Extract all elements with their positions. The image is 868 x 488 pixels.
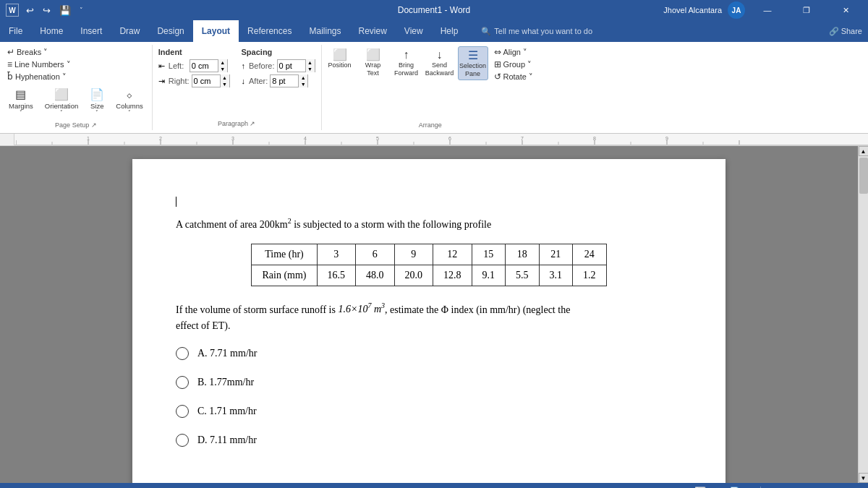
align-button[interactable]: ⇔ Align ˅ xyxy=(491,46,536,58)
scroll-down-button[interactable]: ▼ xyxy=(859,473,869,483)
wrap-text-icon: ⬜ xyxy=(366,48,380,61)
spacing-after-input-wrap: ▲ ▼ xyxy=(270,74,308,87)
indent-left-up[interactable]: ▲ xyxy=(218,59,227,66)
ribbon-content: ↵ Breaks ˅ ≡ Line Numbers ˅ b̄ Hyphenati… xyxy=(0,42,868,134)
indent-right-input[interactable] xyxy=(192,75,220,87)
tab-file[interactable]: File xyxy=(0,20,31,42)
indent-left-input-wrap: ▲ ▼ xyxy=(190,59,228,72)
tab-design[interactable]: Design xyxy=(148,20,192,42)
margins-button[interactable]: ▤ Margins ˅ xyxy=(4,84,38,120)
svg-text:9: 9 xyxy=(665,136,668,141)
bring-forward-button[interactable]: ↑ BringForward xyxy=(391,46,422,79)
indent-section: Indent ⇤ Left: ▲ ▼ ⇥ Right: xyxy=(158,48,230,87)
option-a-text: A. 7.71 mm/hr xyxy=(197,348,257,359)
tab-insert[interactable]: Insert xyxy=(72,20,111,42)
user-avatar[interactable]: JA xyxy=(728,1,745,19)
table-cell-rain-12_8: 12.8 xyxy=(433,265,472,286)
position-icon: ⬜ xyxy=(333,48,347,61)
radio-c[interactable] xyxy=(176,405,189,418)
tell-me-area: 🔍 Tell me what you want to do xyxy=(467,20,828,42)
option-a: A. 7.71 mm/hr xyxy=(176,347,682,360)
table-cell-rain-label: Rain (mm) xyxy=(252,265,317,286)
spacing-before-down[interactable]: ▼ xyxy=(305,66,315,72)
svg-text:8: 8 xyxy=(593,136,596,141)
word-page[interactable]: A catchment of area 200km2 is subjected … xyxy=(132,159,726,483)
tell-me-text[interactable]: Tell me what you want to do xyxy=(494,27,592,35)
breaks-button[interactable]: ↵ Breaks ˅ xyxy=(4,46,51,58)
group-button[interactable]: ⊞ Group ˅ xyxy=(491,59,536,70)
scroll-up-button[interactable]: ▲ xyxy=(859,146,869,156)
tab-references[interactable]: References xyxy=(239,20,300,42)
spacing-before-input[interactable] xyxy=(278,60,305,72)
window-title: Document1 - Word xyxy=(398,5,470,15)
line-numbers-button[interactable]: ≡ Line Numbers ˅ xyxy=(4,59,74,70)
table-cell-rain-1_2: 1.2 xyxy=(573,265,607,286)
orientation-button[interactable]: ⬜ Orientation ˅ xyxy=(41,84,82,120)
spacing-after-input[interactable] xyxy=(271,75,298,87)
tab-mailings[interactable]: Mailings xyxy=(300,20,349,42)
title-bar-right: Jhovel Alcantara JA — ❐ ✕ xyxy=(663,0,862,20)
position-button[interactable]: ⬜ Position xyxy=(325,46,355,71)
indent-right-up[interactable]: ▲ xyxy=(220,74,229,81)
tab-layout[interactable]: Layout xyxy=(193,20,239,42)
minimize-button[interactable]: — xyxy=(751,0,784,20)
paragraph-group-label: Paragraph ↗ xyxy=(158,119,315,127)
tab-draw[interactable]: Draw xyxy=(111,20,148,42)
spacing-after-up[interactable]: ▲ xyxy=(298,74,307,81)
selection-pane-icon: ☰ xyxy=(468,48,478,62)
radio-b[interactable] xyxy=(176,376,189,389)
tab-home[interactable]: Home xyxy=(31,20,72,42)
indent-right-row: ⇥ Right: ▲ ▼ xyxy=(158,74,230,87)
svg-text:2: 2 xyxy=(159,136,162,141)
indent-left-down[interactable]: ▼ xyxy=(218,66,227,72)
wrap-text-button[interactable]: ⬜ WrapText xyxy=(358,46,388,79)
restore-button[interactable]: ❐ xyxy=(790,0,823,20)
option-b: B. 1.77mm/hr xyxy=(176,376,682,389)
tab-view[interactable]: View xyxy=(396,20,432,42)
main-area: A catchment of area 200km2 is subjected … xyxy=(0,146,868,483)
selection-pane-label: SelectionPane xyxy=(459,62,486,78)
radio-a[interactable] xyxy=(176,347,189,360)
option-d-text: D. 7.11 mm/hr xyxy=(197,435,257,446)
table-header-row: Time (hr) 3 6 9 12 15 18 21 24 xyxy=(252,244,606,265)
send-backward-button[interactable]: ↓ SendBackward xyxy=(425,46,455,79)
radio-d[interactable] xyxy=(176,434,189,447)
spacing-after-spinners: ▲ ▼ xyxy=(298,74,307,87)
ribbon-group-arrange: ⬜ Position ⬜ WrapText ↑ BringForward ↓ S… xyxy=(322,45,539,130)
svg-text:6: 6 xyxy=(448,136,451,141)
undo-button[interactable]: ↩ xyxy=(23,4,37,17)
bring-forward-icon: ↑ xyxy=(404,48,409,61)
customize-qa-button[interactable]: ˅ xyxy=(77,5,86,15)
option-c: C. 1.71 mm/hr xyxy=(176,405,682,418)
hyphenation-button[interactable]: b̄ Hyphenation ˅ xyxy=(4,71,69,82)
vertical-scrollbar[interactable]: ▲ ▼ xyxy=(858,146,868,483)
indent-right-down[interactable]: ▼ xyxy=(220,81,229,87)
selection-pane-button[interactable]: ☰ SelectionPane xyxy=(458,46,488,80)
spacing-before-up[interactable]: ▲ xyxy=(305,59,315,66)
indent-left-input[interactable] xyxy=(190,60,218,72)
size-button[interactable]: 📄 Size ˅ xyxy=(85,84,109,120)
rotate-button[interactable]: ↺ Rotate ˅ xyxy=(491,71,536,82)
ruler-svg: 1 2 3 4 5 6 7 8 xyxy=(16,134,868,145)
send-backward-icon: ↓ xyxy=(437,48,443,61)
ruler-corner[interactable] xyxy=(0,134,14,145)
spacing-before-label: Before: xyxy=(249,61,274,70)
spacing-before-spinners: ▲ ▼ xyxy=(305,59,315,72)
indent-left-label: Left: xyxy=(169,61,187,70)
tab-review[interactable]: Review xyxy=(349,20,395,42)
table-cell-time-6: 6 xyxy=(356,244,395,265)
scroll-thumb[interactable] xyxy=(859,158,868,194)
svg-rect-0 xyxy=(16,134,868,145)
indent-right-spinners: ▲ ▼ xyxy=(220,74,229,87)
spacing-after-down[interactable]: ▼ xyxy=(298,81,307,87)
table-cell-rain-48_0: 48.0 xyxy=(356,265,395,286)
indent-right-label: Right: xyxy=(169,77,190,85)
share-button[interactable]: 🔗 Share xyxy=(829,27,862,36)
columns-button[interactable]: ⬦ Columns ˅ xyxy=(111,84,148,120)
indent-label: Indent xyxy=(158,48,230,56)
scroll-track[interactable] xyxy=(859,156,868,473)
save-button[interactable]: 💾 xyxy=(56,4,74,17)
tab-help[interactable]: Help xyxy=(432,20,467,42)
close-button[interactable]: ✕ xyxy=(829,0,862,20)
redo-button[interactable]: ↪ xyxy=(40,4,54,17)
